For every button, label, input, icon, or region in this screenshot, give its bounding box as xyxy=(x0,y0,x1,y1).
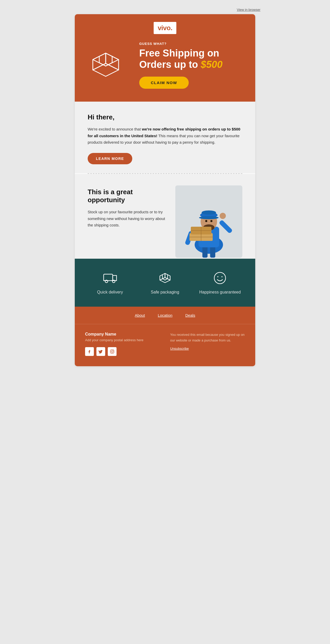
svg-line-43 xyxy=(165,279,168,280)
greeting-heading: Hi there, xyxy=(88,113,242,121)
view-in-browser-bar: View in browser xyxy=(64,5,266,14)
opportunity-paragraph: Stock up on your favourite products or t… xyxy=(88,209,170,229)
nav-about-link[interactable]: About xyxy=(135,313,145,317)
svg-line-42 xyxy=(162,279,165,280)
svg-point-45 xyxy=(217,276,218,277)
happiness-guaranteed-label: Happiness guaranteed xyxy=(199,289,241,295)
twitter-icon[interactable] xyxy=(96,347,105,356)
box-icon xyxy=(157,270,173,286)
logo-wrap: vivo. xyxy=(85,22,245,34)
footer-section: Company Name Add your company postal add… xyxy=(75,324,255,366)
footer-right: You received this email because you sign… xyxy=(170,332,245,352)
truck-icon xyxy=(102,270,118,286)
learn-more-button[interactable]: LEARN MORE xyxy=(88,153,132,164)
page-wrapper: View in browser vivo. xyxy=(64,0,266,366)
nav-section: About Location Deals xyxy=(75,307,255,324)
svg-point-19 xyxy=(199,216,219,219)
view-in-browser-link[interactable]: View in browser xyxy=(237,8,260,12)
svg-point-20 xyxy=(205,220,207,222)
logo-text: vivo. xyxy=(158,24,172,32)
social-icons-group xyxy=(85,347,160,356)
facebook-icon[interactable] xyxy=(85,347,94,356)
bold-text: we're now offering free shipping on orde… xyxy=(88,127,240,138)
delivery-person-illustration xyxy=(175,185,242,259)
headline: Free Shipping on Orders up to $500 xyxy=(139,48,245,70)
smile-icon xyxy=(212,270,228,286)
headline-amount: $500 xyxy=(201,59,223,70)
instagram-icon[interactable] xyxy=(108,347,117,356)
header-section: vivo. xyxy=(75,14,255,102)
body-paragraph: We're excited to announce that we're now… xyxy=(88,126,242,146)
svg-point-23 xyxy=(220,213,226,219)
opportunity-text: This is a great opportunity Stock up on … xyxy=(88,185,170,229)
eyebrow-text: GUESS WHAT? xyxy=(139,42,245,46)
svg-point-48 xyxy=(111,351,113,353)
opportunity-section: This is a great opportunity Stock up on … xyxy=(75,174,255,259)
feature-quick-delivery: Quick delivery xyxy=(82,270,137,295)
header-content: GUESS WHAT? Free Shipping on Orders up t… xyxy=(85,42,245,89)
feature-safe-packaging: Safe packaging xyxy=(137,270,192,295)
company-address: Add your company postal address here xyxy=(85,338,160,342)
feature-happiness-guaranteed: Happiness guaranteed xyxy=(193,270,248,295)
svg-marker-0 xyxy=(93,63,119,76)
nav-deals-link[interactable]: Deals xyxy=(185,313,195,317)
logo-box: vivo. xyxy=(154,22,177,34)
claim-now-button[interactable]: CLAIM NOW xyxy=(139,77,189,89)
quick-delivery-label: Quick delivery xyxy=(97,289,123,295)
box-illustration xyxy=(85,44,131,86)
footer-description: You received this email because you sign… xyxy=(170,332,245,343)
svg-point-18 xyxy=(202,210,216,215)
svg-point-46 xyxy=(221,276,222,277)
features-section: Quick delivery Safe packaging xyxy=(75,259,255,307)
safe-packaging-label: Safe packaging xyxy=(151,289,179,295)
unsubscribe-link[interactable]: Unsubscribe xyxy=(170,346,245,352)
opportunity-heading: This is a great opportunity xyxy=(88,188,170,204)
svg-point-44 xyxy=(214,272,226,284)
footer-left: Company Name Add your company postal add… xyxy=(85,332,160,356)
company-name: Company Name xyxy=(85,332,160,337)
svg-rect-31 xyxy=(104,274,113,281)
svg-point-49 xyxy=(113,350,114,351)
email-container: vivo. xyxy=(75,14,255,366)
body-section: Hi there, We're excited to announce that… xyxy=(75,102,255,173)
svg-point-21 xyxy=(210,220,212,222)
nav-location-link[interactable]: Location xyxy=(158,313,172,317)
header-text: GUESS WHAT? Free Shipping on Orders up t… xyxy=(139,42,245,89)
